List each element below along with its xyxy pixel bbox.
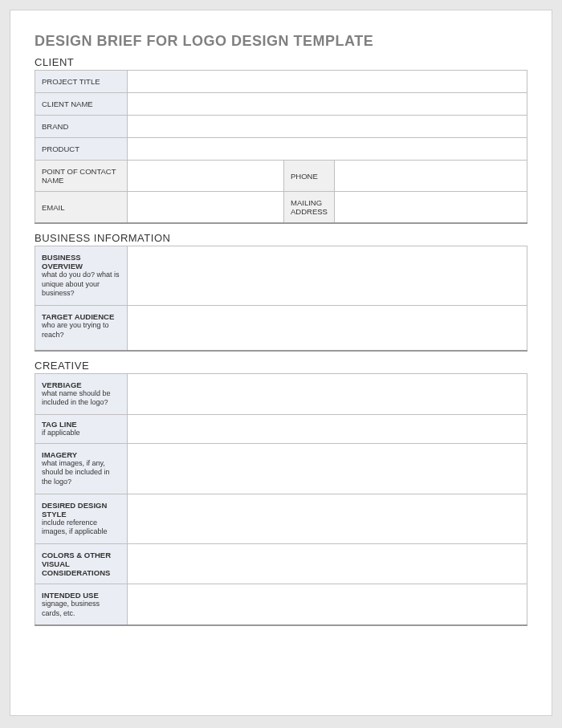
label-mailing: MAILING ADDRESS bbox=[284, 192, 335, 224]
value-product[interactable] bbox=[128, 138, 527, 161]
label-business-overview: BUSINESS OVERVIEW what do you do? what i… bbox=[35, 246, 128, 306]
value-use[interactable] bbox=[128, 584, 527, 626]
table-row: PROJECT TITLE bbox=[35, 71, 527, 93]
table-row: TAG LINE if applicable bbox=[35, 414, 527, 443]
value-style[interactable] bbox=[128, 494, 527, 543]
field-main: BUSINESS OVERVIEW bbox=[42, 253, 120, 270]
field-main: TAG LINE bbox=[42, 420, 120, 429]
field-sub: include reference images, if applicable bbox=[42, 519, 120, 537]
label-product: PRODUCT bbox=[35, 138, 128, 161]
value-verbiage[interactable] bbox=[128, 373, 527, 414]
table-row: PRODUCT bbox=[35, 138, 527, 161]
field-main: VERBIAGE bbox=[42, 380, 120, 389]
table-row: VERBIAGE what name should be included in… bbox=[35, 373, 527, 414]
label-imagery: IMAGERY what images, if any, should be i… bbox=[35, 443, 128, 494]
value-brand[interactable] bbox=[128, 116, 527, 138]
label-target-audience: TARGET AUDIENCE who are you trying to re… bbox=[35, 306, 128, 351]
table-row: BRAND bbox=[35, 116, 527, 138]
table-row: TARGET AUDIENCE who are you trying to re… bbox=[35, 306, 527, 351]
field-main: TARGET AUDIENCE bbox=[42, 312, 120, 321]
section-heading-client: CLIENT bbox=[35, 56, 527, 68]
label-poc: POINT OF CONTACT NAME bbox=[35, 161, 128, 192]
label-brand: BRAND bbox=[35, 116, 128, 138]
table-row: COLORS & OTHER VISUAL CONSIDERATIONS bbox=[35, 544, 527, 584]
label-style: DESIRED DESIGN STYLE include reference i… bbox=[35, 494, 128, 543]
section-heading-creative: CREATIVE bbox=[35, 360, 527, 372]
table-row: CLIENT NAME bbox=[35, 93, 527, 116]
value-imagery[interactable] bbox=[128, 443, 527, 494]
field-main: DESIRED DESIGN STYLE bbox=[42, 501, 120, 519]
value-poc[interactable] bbox=[128, 161, 284, 192]
table-row: EMAIL MAILING ADDRESS bbox=[35, 192, 527, 224]
value-email[interactable] bbox=[128, 192, 284, 224]
field-sub: if applicable bbox=[42, 429, 120, 438]
value-colors[interactable] bbox=[128, 544, 527, 584]
field-main: IMAGERY bbox=[42, 450, 120, 459]
creative-table: VERBIAGE what name should be included in… bbox=[35, 373, 527, 627]
label-email: EMAIL bbox=[35, 192, 128, 224]
label-phone: PHONE bbox=[284, 161, 335, 192]
label-project-title: PROJECT TITLE bbox=[35, 71, 128, 93]
field-sub: what do you do? what is unique about you… bbox=[42, 270, 120, 299]
business-table: BUSINESS OVERVIEW what do you do? what i… bbox=[35, 246, 527, 352]
value-tagline[interactable] bbox=[128, 414, 527, 443]
value-business-overview[interactable] bbox=[128, 246, 527, 306]
client-table: PROJECT TITLE CLIENT NAME BRAND PRODUCT … bbox=[35, 70, 527, 224]
section-heading-business: BUSINESS INFORMATION bbox=[35, 232, 527, 244]
field-main: INTENDED USE bbox=[42, 591, 120, 600]
table-row: POINT OF CONTACT NAME PHONE bbox=[35, 161, 527, 192]
field-sub: signage, business cards, etc. bbox=[42, 600, 120, 618]
page-container: DESIGN BRIEF FOR LOGO DESIGN TEMPLATE CL… bbox=[10, 10, 552, 716]
value-target-audience[interactable] bbox=[128, 306, 527, 351]
label-tagline: TAG LINE if applicable bbox=[35, 414, 128, 443]
document-title: DESIGN BRIEF FOR LOGO DESIGN TEMPLATE bbox=[35, 33, 527, 50]
field-main: COLORS & OTHER VISUAL CONSIDERATIONS bbox=[42, 551, 120, 577]
label-client-name: CLIENT NAME bbox=[35, 93, 128, 116]
table-row: DESIRED DESIGN STYLE include reference i… bbox=[35, 494, 527, 543]
value-client-name[interactable] bbox=[128, 93, 527, 116]
label-verbiage: VERBIAGE what name should be included in… bbox=[35, 373, 128, 414]
field-sub: who are you trying to reach? bbox=[42, 321, 120, 340]
table-row: IMAGERY what images, if any, should be i… bbox=[35, 443, 527, 494]
label-use: INTENDED USE signage, business cards, et… bbox=[35, 584, 128, 626]
table-row: INTENDED USE signage, business cards, et… bbox=[35, 584, 527, 626]
value-project-title[interactable] bbox=[128, 71, 527, 93]
label-colors: COLORS & OTHER VISUAL CONSIDERATIONS bbox=[35, 544, 128, 584]
field-sub: what name should be included in the logo… bbox=[42, 389, 120, 408]
field-sub: what images, if any, should be included … bbox=[42, 459, 120, 487]
value-mailing[interactable] bbox=[334, 192, 527, 224]
table-row: BUSINESS OVERVIEW what do you do? what i… bbox=[35, 246, 527, 306]
value-phone[interactable] bbox=[334, 161, 527, 192]
